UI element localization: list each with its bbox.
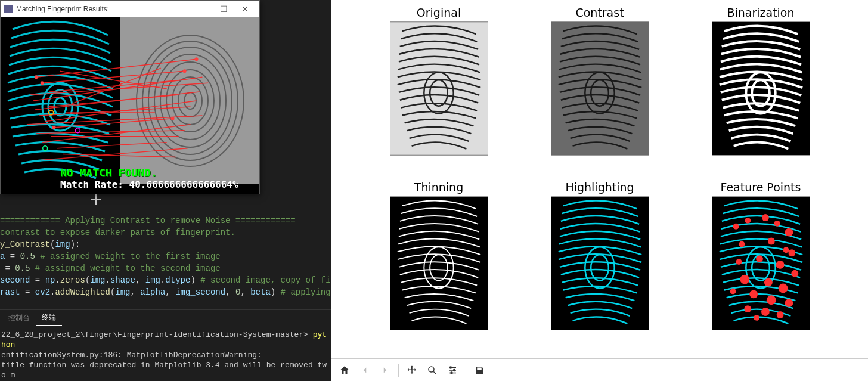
maximize-button[interactable]: ☐	[213, 2, 234, 16]
close-button[interactable]: ✕	[234, 2, 256, 16]
zoom-icon	[427, 365, 438, 376]
svg-point-91	[454, 369, 455, 371]
svg-point-72	[791, 270, 798, 277]
svg-point-77	[766, 295, 776, 305]
match-rate-text: Match Rate: 40.666666666666664%	[60, 179, 255, 190]
terminal-output[interactable]: 22_6_28_project_2\finger\Fingerprint-Ide…	[0, 326, 331, 381]
match-visualization: NO MATCH FOUND. Match Rate: 40.666666666…	[1, 17, 259, 194]
window-title: Matching Fingerprint Results:	[16, 5, 191, 13]
svg-point-65	[785, 228, 793, 236]
window-titlebar[interactable]: Matching Fingerprint Results: — ☐ ✕	[1, 1, 259, 17]
svg-point-78	[785, 299, 793, 307]
fingerprint-left-image	[1, 17, 120, 184]
zoom-button[interactable]	[423, 361, 442, 379]
editor-panel: Matching Fingerprint Results: — ☐ ✕	[0, 0, 331, 381]
home-icon	[339, 365, 350, 376]
svg-point-61	[733, 223, 739, 229]
svg-point-71	[776, 261, 784, 269]
svg-point-67	[767, 237, 774, 244]
no-match-text: NO MATCH FOUND.	[60, 166, 255, 179]
plot-title: Contrast	[575, 6, 624, 19]
svg-point-73	[740, 274, 749, 284]
svg-point-70	[756, 255, 763, 262]
svg-point-69	[736, 259, 742, 265]
plot-title: Feature Points	[721, 181, 801, 194]
plot-title: Thinning	[414, 181, 463, 194]
pan-button[interactable]	[402, 361, 421, 379]
svg-point-84	[730, 288, 736, 294]
plot-contrast: Contrast	[528, 6, 671, 178]
save-icon	[474, 365, 485, 376]
svg-point-79	[744, 305, 751, 312]
terminal-tabs: 控制台 终端	[0, 309, 331, 326]
back-button[interactable]	[355, 361, 374, 379]
pan-icon	[407, 365, 417, 376]
plot-thinning: Thinning	[367, 181, 510, 353]
plot-image	[551, 196, 649, 330]
plot-title: Original	[417, 6, 461, 19]
plot-image	[390, 196, 488, 330]
svg-point-64	[774, 220, 780, 226]
minimize-button[interactable]: —	[191, 2, 213, 16]
svg-point-76	[749, 290, 758, 298]
plot-title: Highlighting	[565, 181, 634, 194]
save-button[interactable]	[470, 361, 489, 379]
window-icon	[4, 5, 13, 13]
forward-icon	[380, 365, 390, 376]
fingerprint-right-image	[120, 17, 259, 184]
plot-title: Binarization	[727, 6, 794, 19]
plot-image	[551, 21, 649, 156]
svg-point-85	[429, 367, 434, 372]
back-icon	[359, 365, 370, 376]
svg-point-92	[451, 372, 452, 374]
crosshair-cursor-icon	[91, 194, 101, 205]
svg-line-86	[433, 371, 436, 374]
home-button[interactable]	[335, 361, 354, 379]
svg-point-80	[761, 308, 769, 316]
plot-binarization: Binarization	[689, 6, 832, 178]
tab-console[interactable]: 控制台	[2, 311, 36, 326]
svg-point-75	[778, 283, 788, 293]
toolbar-separator	[466, 364, 466, 377]
svg-point-63	[761, 214, 768, 221]
svg-point-82	[754, 314, 760, 320]
configure-button[interactable]	[443, 361, 462, 379]
svg-point-81	[776, 311, 783, 318]
forward-button[interactable]	[376, 361, 395, 379]
svg-point-66	[739, 241, 745, 247]
tab-terminal[interactable]: 终端	[36, 310, 62, 326]
plot-highlighting: Highlighting	[528, 181, 671, 353]
matplotlib-toolbar	[331, 358, 868, 381]
svg-point-90	[450, 367, 452, 368]
svg-point-62	[745, 217, 751, 223]
matching-results-window: Matching Fingerprint Results: — ☐ ✕	[0, 0, 260, 194]
plot-feature-points: Feature Points	[689, 181, 832, 353]
svg-point-83	[788, 249, 795, 256]
plot-image	[712, 21, 810, 156]
toolbar-separator	[398, 364, 399, 377]
plot-image	[712, 196, 810, 330]
matplotlib-figure-window: Original	[331, 0, 868, 381]
sliders-icon	[447, 365, 458, 376]
plot-original: Original	[367, 6, 510, 178]
plot-image	[390, 21, 488, 156]
svg-rect-0	[1, 17, 120, 184]
svg-point-74	[764, 278, 772, 286]
plot-grid: Original	[331, 0, 868, 358]
svg-point-68	[783, 247, 789, 253]
